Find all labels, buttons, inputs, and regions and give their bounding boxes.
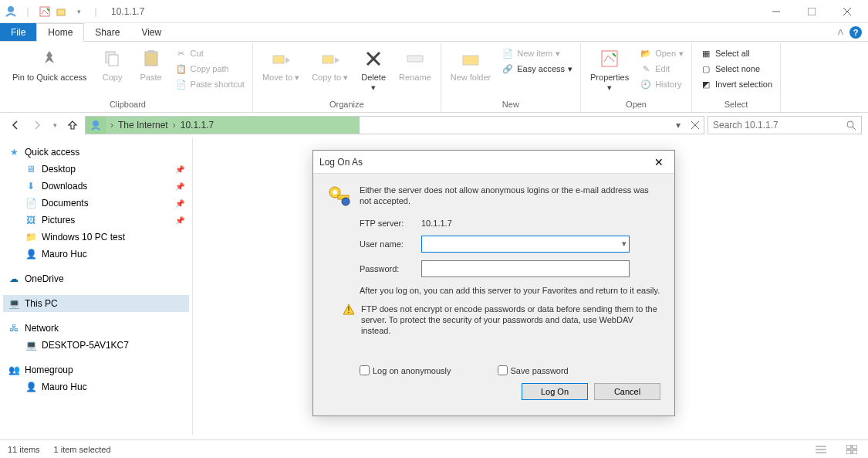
nav-tree[interactable]: ★Quick access 🖥Desktop📌 ⬇Downloads📌 📄Doc… — [0, 137, 193, 435]
dialog-note: After you log on, you can add this serve… — [360, 285, 660, 296]
maximize-button[interactable] — [794, 0, 829, 23]
group-label-open: Open — [586, 98, 687, 110]
tree-mauro2[interactable]: 👤Mauro Huc — [3, 378, 189, 395]
invert-selection-button[interactable]: ◩Invert selection — [697, 77, 775, 91]
address-bar[interactable]: › The Internet › 10.1.1.7 ▾ — [85, 116, 704, 134]
collapse-ribbon-icon[interactable]: ᐱ — [838, 28, 843, 36]
select-all-button[interactable]: ▦Select all — [697, 46, 775, 60]
select-none-button[interactable]: ▢Select none — [697, 62, 775, 76]
tree-desktop-machine[interactable]: 💻DESKTOP-5AV1KC7 — [3, 337, 189, 354]
history-button[interactable]: 🕘History — [637, 77, 687, 91]
password-input[interactable] — [421, 260, 630, 277]
qat-divider2: | — [88, 4, 103, 19]
tree-homegroup[interactable]: 👥Homegroup — [3, 361, 189, 378]
history-icon: 🕘 — [640, 78, 652, 90]
savepw-checkbox-label[interactable]: Save password — [498, 365, 569, 375]
paste-button[interactable]: Paste — [133, 45, 169, 98]
search-box[interactable] — [708, 116, 862, 134]
dialog-titlebar[interactable]: Log On As ✕ — [313, 151, 674, 174]
svg-rect-12 — [323, 56, 333, 63]
open-icon: 📂 — [640, 47, 652, 59]
tree-win10[interactable]: 📁Windows 10 PC test — [3, 229, 189, 246]
recent-locations-button[interactable]: ▾ — [49, 116, 60, 134]
icons-view-button[interactable] — [843, 443, 860, 456]
properties-button[interactable]: Properties▾ — [586, 45, 633, 98]
bc-seg-ip[interactable]: 10.1.1.7 — [181, 120, 214, 131]
edit-button[interactable]: ✎Edit — [637, 62, 687, 76]
cut-button[interactable]: ✂Cut — [172, 46, 248, 60]
svg-rect-2 — [57, 9, 65, 15]
ftp-server-value: 10.1.1.7 — [421, 219, 452, 228]
new-folder-button[interactable]: New folder — [446, 45, 496, 98]
new-item-button[interactable]: 📄New item ▾ — [498, 46, 576, 60]
properties-qat-icon[interactable] — [37, 4, 52, 19]
search-input[interactable] — [713, 120, 846, 131]
svg-rect-32 — [853, 445, 857, 449]
svg-rect-34 — [853, 450, 857, 454]
bc-seg-internet[interactable]: The Internet — [118, 120, 168, 131]
tree-thispc[interactable]: 💻This PC — [3, 295, 189, 312]
paste-shortcut-button[interactable]: 📄Paste shortcut — [172, 77, 248, 91]
pin-quick-access-button[interactable]: Pin to Quick access — [8, 45, 92, 98]
dialog-warning: FTP does not encrypt or encode passwords… — [361, 304, 660, 336]
homegroup-icon: 👥 — [8, 364, 20, 376]
anon-checkbox[interactable] — [360, 365, 370, 375]
svg-text:!: ! — [348, 306, 350, 314]
svg-rect-4 — [808, 8, 816, 15]
tree-quick-access[interactable]: ★Quick access — [3, 144, 189, 161]
password-label: Password: — [360, 264, 421, 273]
tree-downloads[interactable]: ⬇Downloads📌 — [3, 178, 189, 195]
close-window-button[interactable] — [829, 0, 865, 23]
tab-file[interactable]: File — [0, 23, 36, 41]
tree-network[interactable]: 🖧Network — [3, 320, 189, 337]
copy-to-button[interactable]: Copy to ▾ — [307, 45, 353, 98]
bc-arrow-1[interactable]: › — [173, 120, 176, 131]
svg-rect-15 — [407, 56, 423, 62]
forward-button[interactable] — [28, 116, 46, 134]
copy-path-button[interactable]: 📋Copy path — [172, 62, 248, 76]
ftp-server-label: FTP server: — [360, 219, 421, 228]
logon-button[interactable]: Log On — [522, 383, 588, 400]
refresh-button[interactable] — [687, 117, 704, 134]
anon-checkbox-label[interactable]: Log on anonymously — [360, 365, 451, 375]
new-folder-qat-icon[interactable] — [54, 4, 69, 19]
group-new: New folder 📄New item ▾ 🔗Easy access ▾ Ne… — [441, 43, 581, 112]
svg-rect-10 — [148, 50, 154, 53]
tab-view[interactable]: View — [130, 23, 172, 41]
search-icon[interactable] — [846, 120, 856, 131]
rename-button[interactable]: Rename — [394, 45, 436, 98]
svg-rect-9 — [145, 52, 157, 66]
scissors-icon: ✂ — [175, 47, 187, 59]
star-icon: ★ — [8, 146, 20, 158]
address-dropdown-icon[interactable]: ▾ — [670, 117, 687, 134]
copy-button[interactable]: Copy — [95, 45, 130, 98]
pc-icon: 💻 — [8, 297, 20, 310]
details-view-button[interactable] — [812, 443, 829, 456]
dialog-close-button[interactable]: ✕ — [650, 153, 668, 171]
up-button[interactable] — [63, 116, 82, 134]
delete-button[interactable]: Delete▾ — [356, 45, 391, 98]
easy-access-button[interactable]: 🔗Easy access ▾ — [498, 62, 576, 76]
tab-share[interactable]: Share — [84, 23, 130, 41]
cancel-button[interactable]: Cancel — [594, 383, 660, 400]
savepw-checkbox[interactable] — [498, 365, 508, 375]
pin-icon: 📌 — [175, 182, 184, 191]
tab-home[interactable]: Home — [36, 23, 84, 42]
qat-dropdown-icon[interactable]: ▾ — [71, 4, 86, 19]
minimize-button[interactable] — [758, 0, 794, 23]
user-icon: 👤 — [25, 381, 37, 393]
pin-icon: 📌 — [175, 165, 184, 174]
copy-icon — [100, 46, 125, 71]
username-input[interactable] — [421, 236, 630, 253]
tree-desktop[interactable]: 🖥Desktop📌 — [3, 161, 189, 178]
open-button[interactable]: 📂Open ▾ — [637, 46, 687, 60]
tree-documents[interactable]: 📄Documents📌 — [3, 195, 189, 212]
help-icon[interactable]: ? — [849, 26, 862, 39]
computer-icon: 💻 — [25, 339, 37, 351]
bc-root-arrow[interactable]: › — [110, 120, 113, 131]
tree-mauro[interactable]: 👤Mauro Huc — [3, 246, 189, 263]
tree-onedrive[interactable]: ☁OneDrive — [3, 270, 189, 287]
back-button[interactable] — [6, 116, 25, 134]
move-to-button[interactable]: Move to ▾ — [258, 45, 304, 98]
tree-pictures[interactable]: 🖼Pictures📌 — [3, 212, 189, 229]
